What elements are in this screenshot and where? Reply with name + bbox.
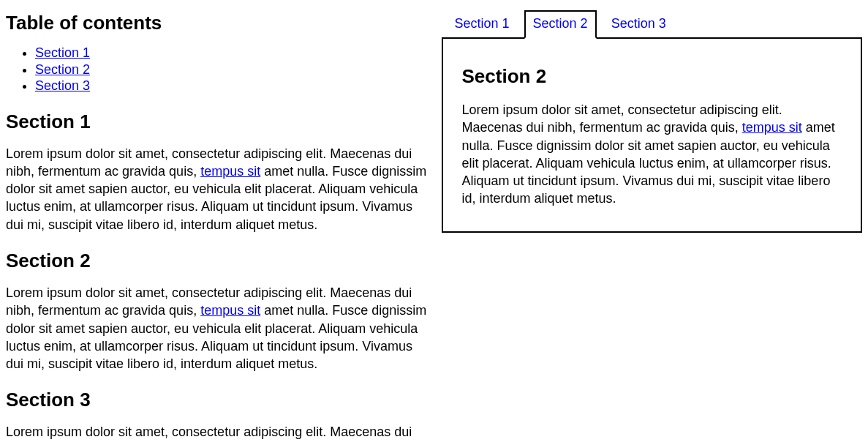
- tab-panel-text-pre: Lorem ipsum dolor sit amet, consectetur …: [462, 102, 782, 135]
- section-3-heading: Section 3: [6, 389, 427, 411]
- toc-link-section-2[interactable]: Section 2: [35, 62, 90, 77]
- section-1-heading: Section 1: [6, 111, 427, 133]
- tab-panel-body: Lorem ipsum dolor sit amet, consectetur …: [462, 101, 842, 208]
- toc-item: Section 1: [35, 45, 427, 61]
- tab-panel-heading: Section 2: [462, 65, 842, 88]
- toc-item: Section 3: [35, 78, 427, 94]
- section-1-body: Lorem ipsum dolor sit amet, consectetur …: [6, 145, 427, 233]
- toc-list: Section 1 Section 2 Section 3: [6, 45, 427, 94]
- toc-link-section-1[interactable]: Section 1: [35, 45, 90, 60]
- tabs: Section 1 Section 2 Section 3: [446, 10, 863, 37]
- toc-link-section-3[interactable]: Section 3: [35, 78, 90, 93]
- tab-panel: Section 2 Lorem ipsum dolor sit amet, co…: [442, 37, 863, 233]
- toc-item: Section 2: [35, 61, 427, 78]
- section-2-heading: Section 2: [6, 250, 427, 272]
- tab-section-1[interactable]: Section 1: [446, 10, 518, 37]
- toc-title: Table of contents: [6, 12, 427, 34]
- section-2-body: Lorem ipsum dolor sit amet, consectetur …: [6, 284, 427, 373]
- tab-panel-link[interactable]: tempus sit: [742, 120, 802, 135]
- section-2-link[interactable]: tempus sit: [200, 303, 260, 318]
- tab-section-3[interactable]: Section 3: [603, 10, 675, 37]
- left-column: Table of contents Section 1 Section 2 Se…: [6, 6, 427, 445]
- tab-section-2[interactable]: Section 2: [524, 10, 597, 39]
- section-1-link[interactable]: tempus sit: [200, 164, 260, 179]
- section-3-body: Lorem ipsum dolor sit amet, consectetur …: [6, 423, 427, 445]
- right-column: Section 1 Section 2 Section 3 Section 2 …: [442, 6, 863, 445]
